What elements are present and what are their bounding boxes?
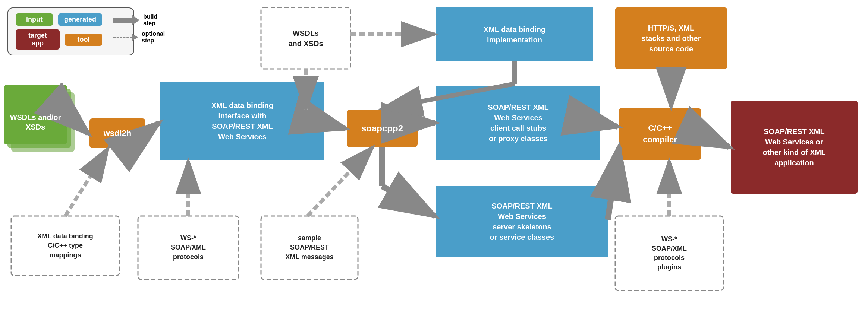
xml-binding-mappings-label: XML data bindingC/C++ typemappings — [11, 216, 119, 276]
svg-line-22 — [701, 134, 729, 147]
svg-line-7 — [67, 115, 88, 133]
wsdl2h-label: wsdl2h — [89, 118, 145, 148]
optional-step-arrow-icon — [113, 34, 138, 41]
svg-line-17 — [600, 123, 617, 127]
svg-line-20 — [382, 186, 435, 216]
wsdls-input-label: WSDLs and/or XSDs — [4, 92, 67, 152]
legend-target: target app — [16, 29, 60, 50]
legend-input: input — [16, 13, 53, 26]
ws-protocols-label: WS-*SOAP/XMLprotocols — [138, 216, 239, 279]
soap-rest-client-label: SOAP/REST XMLWeb Servicesclient call stu… — [436, 86, 600, 160]
soapcpp2-label: soapcpp2 — [347, 110, 418, 147]
xml-binding-iface-label: XML data bindinginterface withSOAP/REST … — [160, 82, 324, 160]
optional-step-label: optional step — [142, 31, 165, 44]
svg-line-11 — [324, 123, 345, 128]
diagram: input generated target app tool build st… — [0, 0, 868, 324]
cpp-compiler-label: C/C++compiler — [619, 108, 701, 160]
legend-generated: generated — [58, 13, 102, 26]
build-step-label: build step — [143, 13, 165, 27]
wsdls-xsds-dashed-label: WSDLsand XSDs — [261, 7, 350, 69]
legend-box: input generated target app tool build st… — [7, 7, 134, 55]
build-step-arrow-icon — [113, 15, 139, 25]
sample-soap-messages-label: sampleSOAP/RESTXML messages — [261, 216, 358, 279]
xml-binding-impl-label: XML data bindingimplementation — [436, 7, 593, 61]
target-app-label: SOAP/REST XMLWeb Services orother kind o… — [731, 101, 858, 194]
legend-tool: tool — [65, 34, 102, 46]
svg-line-9 — [145, 123, 159, 133]
soap-rest-server-label: SOAP/REST XMLWeb Servicesserver skeleton… — [436, 186, 608, 257]
svg-line-30 — [65, 148, 108, 216]
http-xml-stacks-label: HTTP/S, XMLstacks and othersource code — [615, 7, 727, 69]
ws-plugins-label: WS-*SOAP/XMLprotocolsplugins — [615, 216, 723, 290]
svg-line-37 — [608, 147, 619, 220]
